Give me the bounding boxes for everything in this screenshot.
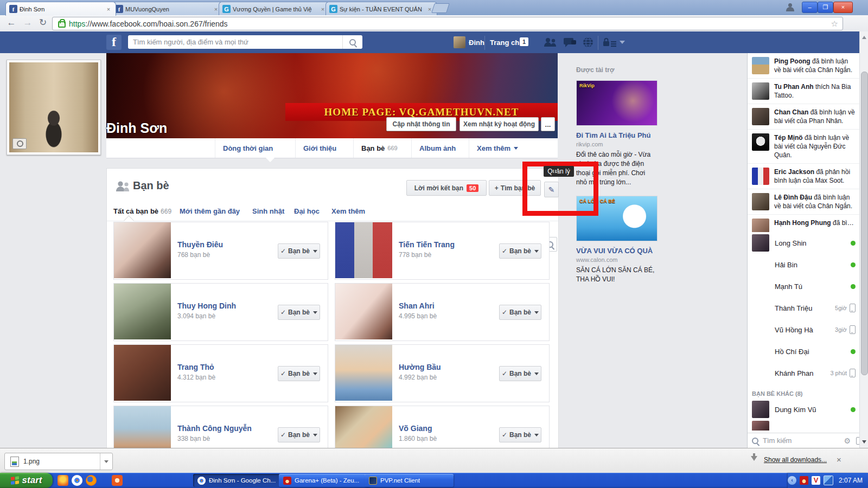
subtab-more[interactable]: Xem thêm xyxy=(331,207,365,215)
subtab-birthdays[interactable]: Sinh nhật xyxy=(252,207,284,215)
cover-more-button[interactable]: ... xyxy=(541,117,555,131)
friend-status-button[interactable]: ✓Bạn bè xyxy=(278,243,320,259)
back-button[interactable]: ← xyxy=(4,16,18,30)
friend-name-link[interactable]: Trang Thỏ xyxy=(177,363,214,371)
browser-tab-4[interactable]: G Sự kiện - TUẦN EVENT QUẢN × xyxy=(326,2,437,16)
activity-log-button[interactable]: Xem nhật ký hoạt động xyxy=(459,117,539,131)
friend-status-button[interactable]: ✓Bạn bè xyxy=(499,305,541,320)
chat-contact[interactable]: Hải Bin xyxy=(748,254,859,275)
taskbar-button-chrome[interactable]: Đinh Sơn - Google Ch... xyxy=(193,474,284,487)
show-all-downloads-link[interactable]: Show all downloads... xyxy=(764,456,827,464)
taskbar-button-garena[interactable]: Garena+ (Beta) - Zeu... xyxy=(279,474,370,487)
friend-avatar[interactable] xyxy=(335,284,392,339)
browser-tab-2[interactable]: f MUVuongQuyen × xyxy=(111,2,224,16)
tray-chevron-icon[interactable]: ‹ xyxy=(788,476,796,485)
address-bar[interactable]: https://www.facebook.com/hoai.son.267/fr… xyxy=(52,17,843,30)
friend-status-button[interactable]: ✓Bạn bè xyxy=(499,427,541,442)
ssl-lock-icon[interactable] xyxy=(58,21,66,28)
notifications-globe-icon[interactable] xyxy=(580,37,596,48)
bookmark-star-icon[interactable]: ☆ xyxy=(831,19,838,29)
friend-avatar[interactable] xyxy=(335,345,392,401)
subtab-recently-added[interactable]: Mới thêm gần đây xyxy=(180,207,240,215)
friend-requests-icon[interactable] xyxy=(542,37,558,48)
ticker-item[interactable]: Tép Mịnö đã bình luận về bài viết của Ng… xyxy=(748,130,859,164)
chat-contact[interactable]: Khánh Phan3 phút xyxy=(748,362,859,384)
ticker-item[interactable]: Hạnh Hong Phung đã bình xyxy=(748,215,859,232)
scrollbar-down-icon[interactable] xyxy=(862,440,866,446)
friend-name-link[interactable]: Thành Công Nguyễn xyxy=(177,424,252,433)
chat-contact[interactable]: Vũ Hồng Hà3giờ xyxy=(748,319,859,341)
subtab-all-friends[interactable]: Tất cả bạn bè669 xyxy=(113,207,171,215)
header-avatar[interactable] xyxy=(454,36,465,48)
friend-name-link[interactable]: Shan Ahri xyxy=(399,301,435,310)
tab-close-icon[interactable]: × xyxy=(105,6,112,12)
ad-title-link[interactable]: VỪA VUI VỪA CÓ QUÀ xyxy=(576,247,656,255)
friend-status-button[interactable]: ✓Bạn bè xyxy=(278,305,320,320)
window-minimize-button[interactable]: – xyxy=(802,2,818,13)
chat-search-bar[interactable]: Tìm kiếm ⚙ xyxy=(748,433,859,448)
header-home-link[interactable]: Trang chủ xyxy=(490,38,524,47)
browser-profile-icon[interactable] xyxy=(786,3,795,11)
start-button[interactable]: start xyxy=(0,473,53,488)
download-bar-close-icon[interactable]: × xyxy=(837,455,841,464)
friend-name-link[interactable]: Thuy Hong Dinh xyxy=(177,301,236,310)
new-tab-button[interactable] xyxy=(431,3,450,13)
quick-launch-icon-1[interactable] xyxy=(58,475,68,486)
tray-vietkey-icon[interactable]: V xyxy=(812,476,820,485)
friend-status-button[interactable]: ✓Bạn bè xyxy=(499,366,541,381)
quick-launch-icon-2[interactable] xyxy=(112,475,123,486)
friend-name-link[interactable]: Võ Giang xyxy=(399,424,432,433)
chat-contact[interactable]: Mạnh Tú xyxy=(748,275,859,297)
tab-more[interactable]: Xem thêm xyxy=(469,138,526,158)
ticker-item[interactable]: Chan Chan đã bình luận về bài viết của P… xyxy=(748,104,859,130)
tab-friends[interactable]: Bạn bè669 xyxy=(353,138,405,158)
messages-icon[interactable] xyxy=(562,37,577,48)
tray-network-icon[interactable] xyxy=(824,476,833,485)
friend-avatar[interactable] xyxy=(114,406,171,448)
account-menu-caret-icon[interactable] xyxy=(620,41,625,47)
friend-name-link[interactable]: Thuyền Điêu xyxy=(177,240,223,249)
tab-about[interactable]: Giới thiệu xyxy=(295,138,344,158)
browser-scrollbar[interactable] xyxy=(859,31,868,448)
subtab-college[interactable]: Đại học xyxy=(294,207,320,215)
friend-requests-button[interactable]: Lời mời kết bạn 50 xyxy=(406,180,487,196)
friend-avatar[interactable] xyxy=(114,284,171,339)
download-caret-button[interactable] xyxy=(100,453,112,470)
profile-picture[interactable] xyxy=(7,60,101,155)
taskbar-button-pvpnet[interactable]: PVP.net Client xyxy=(365,474,454,487)
privacy-shortcuts-icon[interactable] xyxy=(602,37,617,48)
tab-timeline[interactable]: Dòng thời gian xyxy=(215,138,280,158)
ad-title-link[interactable]: Đi Tìm Ai Là Triệu Phú xyxy=(576,131,656,139)
chat-contact[interactable]: Thành Triệu5giờ xyxy=(748,297,859,319)
window-maximize-button[interactable]: ❐ xyxy=(818,2,833,13)
chat-contact[interactable]: Dung Kim Vũ xyxy=(748,399,859,420)
tray-garena-icon[interactable] xyxy=(800,476,808,485)
search-button[interactable] xyxy=(342,35,362,49)
camera-icon[interactable] xyxy=(12,138,27,149)
friend-avatar[interactable] xyxy=(114,222,171,278)
browser-tab-1[interactable]: f Đinh Sơn × xyxy=(5,2,116,16)
quick-launch-chrome-icon[interactable] xyxy=(72,475,82,486)
scrollbar-up-icon[interactable] xyxy=(862,34,866,39)
forward-button[interactable]: → xyxy=(21,16,35,30)
quick-launch-firefox-icon[interactable] xyxy=(86,475,97,486)
facebook-logo[interactable]: f xyxy=(106,35,122,50)
header-profile-link[interactable]: Đinh xyxy=(469,38,484,47)
friend-status-button[interactable]: ✓Bạn bè xyxy=(278,427,320,442)
browser-tab-3[interactable]: G Vương Quyền | Game thủ Việ × xyxy=(219,2,330,16)
download-item-button[interactable]: 1.png xyxy=(4,453,113,470)
chat-contact[interactable]: Hồ Chí Đại xyxy=(748,341,859,362)
ticker-item[interactable]: Ping Poong đã bình luận về bài viết của … xyxy=(748,53,859,79)
update-info-button[interactable]: Cập nhật thông tin xyxy=(386,117,456,131)
scrollbar-thumb[interactable] xyxy=(861,72,868,375)
friend-avatar[interactable] xyxy=(335,222,392,278)
ticker-item[interactable]: Lê Đình Đậu đã bình luận về bài viết của… xyxy=(748,189,859,215)
window-close-button[interactable]: × xyxy=(833,2,853,13)
friend-status-button[interactable]: ✓Bạn bè xyxy=(499,243,541,259)
ad-image[interactable]: RikVip xyxy=(576,80,658,126)
tab-photos[interactable]: Album ảnh xyxy=(411,138,463,158)
facebook-search-bar[interactable]: Tìm kiếm người, địa điểm và mọi thứ xyxy=(128,35,362,49)
friend-name-link[interactable]: Hường Bầu xyxy=(399,363,441,371)
reload-button[interactable]: ↻ xyxy=(36,16,50,30)
friend-status-button[interactable]: ✓Bạn bè xyxy=(278,366,320,381)
